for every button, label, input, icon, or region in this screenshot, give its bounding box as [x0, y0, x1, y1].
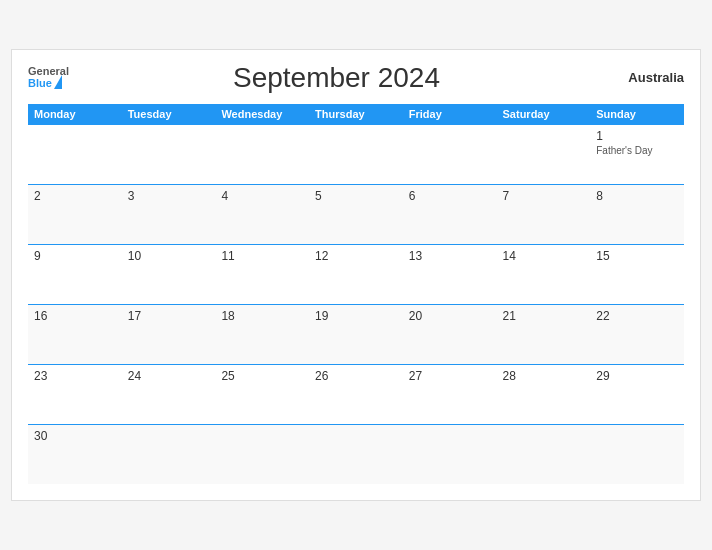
- week-row-1: 1Father's Day: [28, 124, 684, 184]
- day-cell-w5-d6: 28: [497, 364, 591, 424]
- logo: General Blue: [28, 66, 69, 89]
- day-number: 27: [409, 369, 491, 383]
- day-number: 25: [221, 369, 303, 383]
- day-cell-w6-d7: [590, 424, 684, 484]
- day-number: 3: [128, 189, 210, 203]
- day-cell-w6-d4: [309, 424, 403, 484]
- day-cell-w4-d6: 21: [497, 304, 591, 364]
- day-number: 30: [34, 429, 116, 443]
- week-row-3: 9101112131415: [28, 244, 684, 304]
- calendar-table: Monday Tuesday Wednesday Thursday Friday…: [28, 104, 684, 485]
- day-cell-w4-d7: 22: [590, 304, 684, 364]
- week-row-4: 16171819202122: [28, 304, 684, 364]
- day-cell-w5-d1: 23: [28, 364, 122, 424]
- day-cell-w3-d2: 10: [122, 244, 216, 304]
- day-number: 28: [503, 369, 585, 383]
- day-number: 16: [34, 309, 116, 323]
- day-cell-w2-d3: 4: [215, 184, 309, 244]
- logo-row: Blue: [28, 77, 69, 89]
- day-event: Father's Day: [596, 145, 678, 156]
- day-cell-w6-d2: [122, 424, 216, 484]
- day-number: 29: [596, 369, 678, 383]
- header-wednesday: Wednesday: [215, 104, 309, 125]
- day-cell-w4-d4: 19: [309, 304, 403, 364]
- day-cell-w3-d7: 15: [590, 244, 684, 304]
- day-cell-w2-d7: 8: [590, 184, 684, 244]
- day-number: 13: [409, 249, 491, 263]
- day-number: 8: [596, 189, 678, 203]
- day-cell-w5-d7: 29: [590, 364, 684, 424]
- day-cell-w4-d1: 16: [28, 304, 122, 364]
- day-number: 2: [34, 189, 116, 203]
- day-cell-w6-d6: [497, 424, 591, 484]
- header-saturday: Saturday: [497, 104, 591, 125]
- logo-blue: Blue: [28, 78, 52, 89]
- day-cell-w2-d1: 2: [28, 184, 122, 244]
- day-cell-w2-d6: 7: [497, 184, 591, 244]
- day-cell-w1-d5: [403, 124, 497, 184]
- day-cell-w1-d4: [309, 124, 403, 184]
- header-monday: Monday: [28, 104, 122, 125]
- day-cell-w6-d1: 30: [28, 424, 122, 484]
- day-cell-w1-d7: 1Father's Day: [590, 124, 684, 184]
- day-cell-w1-d1: [28, 124, 122, 184]
- header-friday: Friday: [403, 104, 497, 125]
- day-cell-w3-d4: 12: [309, 244, 403, 304]
- day-cell-w5-d2: 24: [122, 364, 216, 424]
- day-number: 20: [409, 309, 491, 323]
- day-number: 10: [128, 249, 210, 263]
- day-cell-w4-d5: 20: [403, 304, 497, 364]
- day-cell-w2-d5: 6: [403, 184, 497, 244]
- week-row-5: 23242526272829: [28, 364, 684, 424]
- day-cell-w1-d2: [122, 124, 216, 184]
- day-number: 26: [315, 369, 397, 383]
- day-number: 9: [34, 249, 116, 263]
- day-number: 6: [409, 189, 491, 203]
- day-cell-w4-d3: 18: [215, 304, 309, 364]
- day-number: 18: [221, 309, 303, 323]
- day-cell-w1-d6: [497, 124, 591, 184]
- day-number: 7: [503, 189, 585, 203]
- day-number: 23: [34, 369, 116, 383]
- week-row-2: 2345678: [28, 184, 684, 244]
- day-cell-w5-d5: 27: [403, 364, 497, 424]
- week-row-6: 30: [28, 424, 684, 484]
- header-sunday: Sunday: [590, 104, 684, 125]
- day-number: 24: [128, 369, 210, 383]
- day-cell-w2-d2: 3: [122, 184, 216, 244]
- logo-general: General: [28, 66, 69, 77]
- day-number: 12: [315, 249, 397, 263]
- day-cell-w2-d4: 5: [309, 184, 403, 244]
- day-number: 5: [315, 189, 397, 203]
- day-cell-w3-d5: 13: [403, 244, 497, 304]
- day-cell-w5-d3: 25: [215, 364, 309, 424]
- day-number: 14: [503, 249, 585, 263]
- header-tuesday: Tuesday: [122, 104, 216, 125]
- day-cell-w3-d1: 9: [28, 244, 122, 304]
- month-title: September 2024: [69, 62, 604, 94]
- logo-text-wrapper: General Blue: [28, 66, 69, 89]
- days-header-row: Monday Tuesday Wednesday Thursday Friday…: [28, 104, 684, 125]
- country-label: Australia: [604, 70, 684, 85]
- header-thursday: Thursday: [309, 104, 403, 125]
- day-cell-w4-d2: 17: [122, 304, 216, 364]
- day-cell-w5-d4: 26: [309, 364, 403, 424]
- day-number: 11: [221, 249, 303, 263]
- logo-triangle-icon: [54, 75, 62, 89]
- day-cell-w3-d6: 14: [497, 244, 591, 304]
- day-number: 21: [503, 309, 585, 323]
- day-cell-w3-d3: 11: [215, 244, 309, 304]
- day-number: 17: [128, 309, 210, 323]
- day-number: 22: [596, 309, 678, 323]
- day-number: 19: [315, 309, 397, 323]
- day-number: 1: [596, 129, 678, 143]
- day-number: 4: [221, 189, 303, 203]
- day-cell-w6-d5: [403, 424, 497, 484]
- calendar-container: General Blue September 2024 Australia Mo…: [11, 49, 701, 502]
- day-number: 15: [596, 249, 678, 263]
- day-cell-w1-d3: [215, 124, 309, 184]
- calendar-body: 1Father's Day234567891011121314151617181…: [28, 124, 684, 484]
- calendar-header: General Blue September 2024 Australia: [28, 62, 684, 94]
- day-cell-w6-d3: [215, 424, 309, 484]
